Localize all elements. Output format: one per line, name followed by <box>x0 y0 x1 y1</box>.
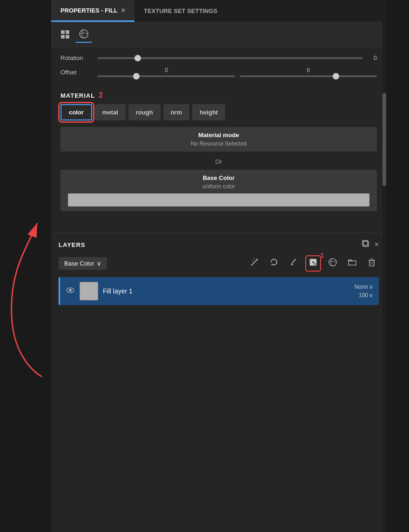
offset-slider-1: 0 <box>98 67 235 77</box>
svg-point-20 <box>69 289 72 292</box>
material-mode-sub: No Resource Selected <box>68 140 369 147</box>
blend-opacity-arrow: ∨ <box>369 292 373 299</box>
blend-mode-arrow: ∨ <box>369 284 373 290</box>
layers-section: LAYERS × Base Color ∨ <box>51 233 386 312</box>
offset-group: 0 0 <box>98 67 377 77</box>
svg-line-11 <box>292 259 296 263</box>
svg-rect-1 <box>61 30 65 34</box>
svg-line-7 <box>251 261 256 266</box>
subtab-row <box>51 22 386 47</box>
tab-properties-fill[interactable]: PROPERTIES - FILL × <box>51 0 134 22</box>
fill-icon-wrap: 1 <box>306 256 320 271</box>
base-color-title: Base Color <box>68 174 369 181</box>
scrollbar-thumb[interactable] <box>382 93 386 186</box>
tab-properties-fill-label: PROPERTIES - FILL <box>60 7 118 14</box>
layers-toolbar: Base Color ∨ <box>59 255 379 272</box>
color-preview-bar[interactable] <box>68 193 369 206</box>
toolbar-number-badge: 1 <box>320 252 324 259</box>
properties-content: Rotation 0 Offset 0 <box>51 47 386 223</box>
offset-row: Offset 0 0 <box>60 67 377 77</box>
rotate-icon[interactable] <box>267 255 281 272</box>
svg-point-14 <box>329 259 336 266</box>
main-panel: PROPERTIES - FILL × TEXTURE SET SETTINGS <box>51 0 386 532</box>
blend-mode-label: Norm <box>355 284 368 290</box>
brush-icon[interactable] <box>287 255 301 272</box>
magic-wand-icon[interactable] <box>248 255 261 272</box>
base-color-sub: uniform color <box>68 183 369 190</box>
offset-label: Offset <box>60 69 93 76</box>
tab-close-button[interactable]: × <box>121 7 125 14</box>
material-header: MATERIAL 2 <box>60 91 377 100</box>
scrollbar[interactable] <box>382 0 386 532</box>
mat-btn-metal[interactable]: metal <box>95 104 126 120</box>
rotation-label: Rotation <box>60 54 93 61</box>
material-section: MATERIAL 2 color metal rough nrm height … <box>60 86 377 211</box>
tab-texture-set-settings[interactable]: TEXTURE SET SETTINGS <box>134 0 227 22</box>
svg-rect-2 <box>66 30 69 34</box>
rotation-section: Rotation 0 Offset 0 <box>60 54 377 77</box>
layer-name: Fill layer 1 <box>103 287 350 295</box>
offset-val-2: 0 <box>240 67 377 73</box>
mat-btn-rough[interactable]: rough <box>128 104 161 120</box>
channel-arrow: ∨ <box>97 260 101 267</box>
mat-btn-nrm[interactable]: nrm <box>163 104 190 120</box>
fill-icon[interactable] <box>306 256 320 271</box>
folder-icon[interactable] <box>345 255 359 272</box>
layer-thumbnail <box>80 282 98 300</box>
blend-opacity-dropdown[interactable]: 100 ∨ <box>359 292 373 299</box>
layer-row: Fill layer 1 Norm ∨ 100 ∨ <box>59 277 379 305</box>
base-color-block: Base Color uniform color <box>60 170 377 211</box>
rotation-row: Rotation 0 <box>60 54 377 61</box>
svg-rect-3 <box>61 35 65 39</box>
layer-blend-info: Norm ∨ 100 ∨ <box>355 284 373 299</box>
subtab-material-icon[interactable] <box>75 26 92 43</box>
material-buttons: color metal rough nrm height <box>60 104 377 120</box>
or-divider: Or <box>60 158 377 165</box>
subtab-properties-icon[interactable] <box>57 26 74 43</box>
svg-rect-15 <box>369 260 374 266</box>
channel-dropdown[interactable]: Base Color ∨ <box>59 257 107 270</box>
mat-btn-height[interactable]: height <box>192 104 225 120</box>
layers-title: LAYERS <box>59 241 86 248</box>
blend-opacity-value: 100 <box>359 292 368 299</box>
globe-icon[interactable] <box>326 255 340 272</box>
layers-copy-icon[interactable] <box>362 239 370 250</box>
layers-header: LAYERS × <box>59 239 379 250</box>
svg-rect-4 <box>66 35 69 39</box>
mat-btn-color[interactable]: color <box>60 104 92 120</box>
tab-header: PROPERTIES - FILL × TEXTURE SET SETTINGS <box>51 0 386 22</box>
tab-texture-set-settings-label: TEXTURE SET SETTINGS <box>144 7 217 14</box>
rotation-value: 0 <box>368 55 377 61</box>
toolbar-actions: 1 <box>248 255 379 272</box>
material-mode-block: Material mode No Resource Selected <box>60 127 377 152</box>
layers-header-icons: × <box>362 239 379 250</box>
material-mode-title: Material mode <box>68 132 369 139</box>
material-label: MATERIAL <box>60 92 95 99</box>
svg-point-13 <box>314 263 316 266</box>
trash-icon[interactable] <box>365 255 379 272</box>
offset-val-1: 0 <box>98 67 235 73</box>
material-number: 2 <box>99 91 103 100</box>
channel-label: Base Color <box>64 260 94 267</box>
offset-slider-2: 0 <box>240 67 377 77</box>
rotation-slider[interactable] <box>98 57 363 59</box>
layers-close-icon[interactable]: × <box>375 240 379 249</box>
layer-visibility-icon[interactable] <box>66 286 75 297</box>
blend-mode-dropdown[interactable]: Norm ∨ <box>355 284 373 290</box>
